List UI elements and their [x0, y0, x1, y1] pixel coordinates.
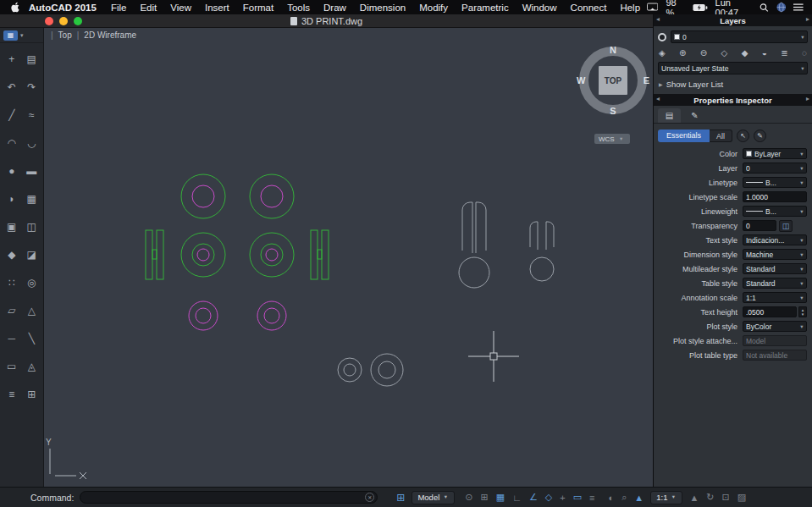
drawing-entity[interactable]	[257, 301, 286, 330]
menu-view[interactable]: View	[163, 3, 198, 13]
tool-set-button[interactable]	[3, 30, 18, 41]
viewports-icon[interactable]	[396, 492, 405, 504]
snap-icon[interactable]: ⊞	[481, 492, 489, 503]
hatch-tool[interactable]: ▦	[23, 190, 40, 207]
arc-tool[interactable]: ◠	[3, 135, 20, 152]
close-button[interactable]	[45, 17, 53, 25]
undo-tool[interactable]: ↶	[3, 79, 20, 96]
leader-tool[interactable]: ╲	[23, 330, 40, 347]
chevron-down-icon[interactable]	[20, 32, 24, 39]
drawing-entity[interactable]	[338, 358, 362, 382]
layer-lock-icon[interactable]: ◆	[742, 48, 748, 58]
auto-annotation-icon[interactable]: ↻	[706, 492, 714, 503]
titlebar[interactable]: 3D PRINT.dwg	[0, 14, 653, 28]
zoom-button[interactable]	[74, 17, 82, 25]
isolate-objects-icon[interactable]: ◐	[609, 493, 615, 503]
layers-tool[interactable]: ≡	[3, 386, 20, 403]
spline-tool[interactable]: ◡	[23, 135, 40, 152]
polar-tracking-icon[interactable]: ∠	[529, 492, 538, 503]
menu-help[interactable]: Help	[613, 3, 647, 13]
display-mirroring-icon[interactable]	[647, 3, 658, 12]
layer-states-icon[interactable]: ≣	[781, 48, 787, 58]
ellipse-tool[interactable]: ◗	[3, 190, 20, 207]
drawing-entity[interactable]	[250, 174, 294, 218]
drawing-entity[interactable]	[462, 202, 472, 253]
menu-insert[interactable]: Insert	[198, 3, 236, 13]
menu-parametric[interactable]: Parametric	[455, 3, 516, 13]
drawing-entity[interactable]	[530, 222, 538, 250]
drawing-entity[interactable]	[530, 257, 554, 281]
wcs-dropdown[interactable]: WCS	[594, 134, 630, 144]
drawing-entity[interactable]	[192, 244, 214, 266]
current-layer-dropdown[interactable]: 0	[671, 30, 808, 43]
text-height-stepper[interactable]	[798, 306, 807, 317]
drawing-entity[interactable]	[181, 174, 225, 218]
show-layer-list-toggle[interactable]: Show Layer List	[659, 80, 807, 89]
viewcube-west[interactable]: W	[577, 75, 585, 85]
menu-edit[interactable]: Edit	[133, 3, 163, 13]
dimension-tool[interactable]: ─	[3, 330, 20, 347]
menu-draw[interactable]: Draw	[317, 3, 353, 13]
text-tool[interactable]: ▭	[3, 358, 20, 375]
polygon-tool[interactable]: △	[23, 302, 40, 319]
drawing-entity[interactable]	[476, 202, 486, 253]
drawing-entity[interactable]	[181, 233, 225, 277]
workspace-icon[interactable]: ⊡	[722, 492, 730, 503]
drawing-entity[interactable]	[189, 301, 218, 330]
segment-all[interactable]: All	[710, 130, 732, 142]
layer-dropdown[interactable]: 0	[743, 163, 807, 174]
drawing-entity[interactable]	[264, 308, 279, 323]
ortho-icon[interactable]: ∟	[512, 493, 522, 503]
zoom-icon[interactable]: ⌕	[621, 492, 627, 503]
lineweight-dropdown[interactable]: B...	[743, 206, 807, 217]
layer-merge-icon[interactable]: ◌	[802, 48, 807, 58]
mirror-tool[interactable]: ◫	[23, 218, 40, 235]
drawing-entity[interactable]	[311, 230, 318, 279]
model-space-button[interactable]: Model	[412, 491, 455, 504]
drawing-entity[interactable]	[261, 185, 283, 207]
viewcube-top-face[interactable]: TOP	[599, 66, 627, 95]
search-icon[interactable]	[760, 3, 769, 13]
drawing-entity[interactable]	[371, 354, 403, 386]
viewport-visual-style-menu[interactable]: 2D Wireframe	[84, 30, 136, 40]
move-tool[interactable]: +	[3, 51, 20, 68]
linetype-scale-field[interactable]: 1.0000	[743, 191, 807, 202]
viewcube-south[interactable]: S	[610, 106, 616, 116]
drawing-entity[interactable]	[250, 233, 294, 277]
object-snap-tracking-icon[interactable]: +	[560, 493, 565, 503]
menu-dimension[interactable]: Dimension	[353, 3, 412, 13]
drawing-entity[interactable]	[192, 185, 214, 207]
menu-file[interactable]: File	[104, 3, 134, 13]
dynamic-input-icon[interactable]: ▭	[573, 492, 582, 503]
linetype-dropdown[interactable]: B...	[743, 177, 807, 188]
drawing-entity[interactable]	[459, 257, 489, 288]
text-style-dropdown[interactable]: Indicacion...	[743, 234, 807, 245]
select-objects-icon[interactable]	[737, 130, 749, 142]
drawing-entity[interactable]	[318, 250, 322, 259]
line-tool[interactable]: ╱	[3, 107, 20, 124]
tool-sets-icon[interactable]: ▤	[23, 51, 40, 68]
drawing-entity[interactable]	[266, 249, 278, 261]
drawing-entity[interactable]	[261, 244, 283, 266]
drawing-entity[interactable]	[152, 250, 157, 259]
drawing-entity[interactable]	[378, 361, 395, 378]
command-input[interactable]	[87, 493, 365, 502]
notification-center-icon[interactable]	[793, 3, 804, 12]
drawing-entity[interactable]	[196, 308, 211, 323]
menu-tools[interactable]: Tools	[280, 3, 317, 13]
layer-freeze-icon[interactable]: ◇	[721, 48, 728, 58]
block-insert-tool[interactable]: ◆	[3, 246, 20, 263]
grid-tool[interactable]: ⊞	[23, 386, 40, 403]
menu-window[interactable]: Window	[516, 3, 564, 13]
measure-tool[interactable]: ◬	[23, 358, 40, 375]
annotation-scale-icon[interactable]: ▲	[634, 493, 644, 503]
drawing-entity[interactable]	[146, 230, 152, 279]
menu-format[interactable]: Format	[236, 3, 280, 13]
battery-icon[interactable]	[693, 3, 708, 12]
new-layer-icon[interactable]: ⊕	[679, 48, 686, 58]
offset-tool[interactable]: ▱	[3, 302, 20, 319]
redo-tool[interactable]: ↷	[23, 79, 40, 96]
layers-panel-header[interactable]: Layers	[654, 14, 812, 26]
erase-tool[interactable]: ◪	[23, 246, 40, 263]
tab-styles[interactable]	[683, 108, 706, 123]
